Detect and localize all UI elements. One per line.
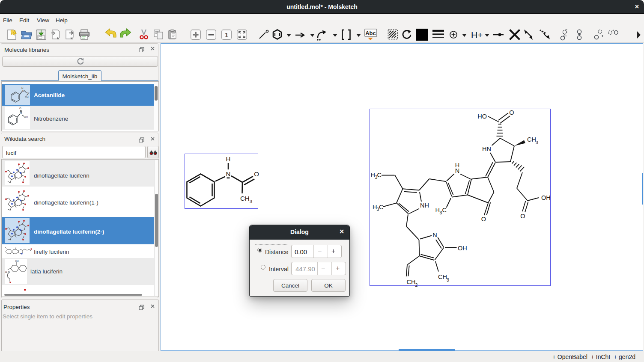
svg-text:CH: CH	[15, 260, 19, 262]
svg-text:OH: OH	[24, 116, 28, 118]
svg-text:C: C	[377, 172, 382, 178]
svg-text:N: N	[22, 90, 24, 92]
svg-text:CH: CH	[407, 279, 416, 285]
svg-text:Abc: Abc	[365, 30, 376, 36]
svg-text:HO: HO	[477, 113, 487, 120]
svg-text:NH: NH	[420, 202, 429, 209]
svg-text:H: H	[21, 87, 23, 89]
svg-text:O: O	[27, 92, 30, 94]
svg-text:HN: HN	[482, 145, 491, 152]
svg-text:3: 3	[447, 277, 449, 282]
svg-text:O: O	[509, 109, 514, 116]
svg-text:N: N	[455, 167, 459, 174]
svg-text:H+: H+	[471, 30, 483, 40]
svg-text:N: N	[226, 170, 231, 178]
svg-text:H C: H C	[5, 271, 10, 273]
svg-text:O: O	[520, 213, 525, 220]
svg-text:3: 3	[536, 140, 538, 145]
svg-text:2: 2	[415, 282, 418, 288]
svg-text:C: C	[442, 207, 447, 214]
svg-text:OH: OH	[458, 245, 467, 252]
svg-text:O: O	[481, 216, 486, 223]
svg-text:N: N	[432, 231, 437, 238]
svg-text:O: O	[254, 170, 259, 178]
svg-text:O: O	[19, 107, 21, 110]
svg-text:CH: CH	[240, 195, 250, 202]
svg-text:H: H	[371, 172, 375, 178]
svg-text:N: N	[20, 112, 22, 115]
svg-text:3: 3	[250, 199, 252, 204]
svg-text:OH: OH	[541, 194, 551, 201]
svg-text:1: 1	[225, 31, 228, 39]
svg-text:C: C	[379, 204, 383, 211]
svg-text:H: H	[435, 207, 440, 214]
svg-text:CH: CH	[527, 136, 536, 143]
svg-text:CH: CH	[25, 96, 29, 98]
svg-text:CH: CH	[438, 273, 447, 280]
svg-text:H: H	[226, 155, 231, 163]
